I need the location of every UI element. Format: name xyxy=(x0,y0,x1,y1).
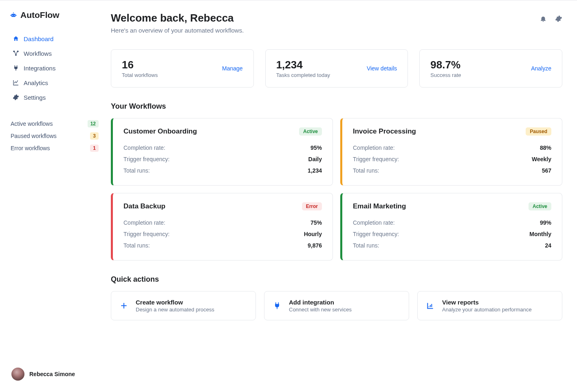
status-badge: 12 xyxy=(88,120,99,127)
svg-point-1 xyxy=(12,15,13,16)
metric-value: Hourly xyxy=(304,231,322,237)
metric-label: Total runs: xyxy=(353,167,379,174)
chart-icon xyxy=(12,79,20,86)
metric-value: Daily xyxy=(308,156,322,162)
page-title: Welcome back, Rebecca xyxy=(111,12,244,24)
main-content: Welcome back, Rebecca Here's an overview… xyxy=(108,0,577,392)
metric-value: 1,234 xyxy=(308,167,322,174)
nav-list: Dashboard Workflows Integrations Analyti… xyxy=(10,31,101,105)
home-icon xyxy=(12,35,20,42)
plus-icon xyxy=(119,301,128,310)
workflow-name: Invoice Processing xyxy=(353,127,416,136)
workflow-card[interactable]: Invoice Processing Paused Completion rat… xyxy=(340,118,562,186)
metric-label: Trigger frequency: xyxy=(353,156,399,162)
quick-action-create-workflow[interactable]: Create workflow Design a new automated p… xyxy=(111,291,256,320)
stat-link-analyze[interactable]: Analyze xyxy=(531,65,551,72)
status-item-error[interactable]: Error workflows 1 xyxy=(10,142,101,154)
metric-label: Total runs: xyxy=(353,242,379,249)
metric-value: Monthly xyxy=(529,231,551,237)
stat-value: 1,234 xyxy=(276,59,330,71)
quick-action-title: Create workflow xyxy=(136,299,214,306)
stat-value: 98.7% xyxy=(430,59,461,71)
gear-icon xyxy=(12,94,20,101)
plug-icon xyxy=(12,64,20,72)
metric-value: 99% xyxy=(540,219,551,226)
avatar xyxy=(11,368,24,381)
status-item-paused[interactable]: Paused workflows 3 xyxy=(10,130,101,142)
svg-rect-5 xyxy=(16,15,17,16)
stat-card-success-rate: 98.7% Success rate Analyze xyxy=(419,49,562,88)
metric-label: Total runs: xyxy=(123,167,150,174)
workflow-status-pill: Active xyxy=(529,202,551,210)
workflow-status-pill: Active xyxy=(299,127,322,136)
stat-link-view-details[interactable]: View details xyxy=(367,65,397,72)
metric-value: Weekly xyxy=(532,156,551,162)
notifications-button[interactable] xyxy=(540,15,547,22)
brand[interactable]: AutoFlow xyxy=(10,10,101,20)
metric-value: 95% xyxy=(311,145,322,151)
stat-link-manage[interactable]: Manage xyxy=(222,65,243,72)
metric-value: 75% xyxy=(311,219,322,226)
bar-chart-icon xyxy=(426,301,435,310)
metric-label: Total runs: xyxy=(123,242,150,249)
status-label: Paused workflows xyxy=(11,133,57,139)
svg-rect-4 xyxy=(11,15,11,16)
sidebar-item-label: Settings xyxy=(24,94,46,101)
sidebar-item-label: Integrations xyxy=(24,65,55,72)
bell-icon xyxy=(540,15,547,22)
robot-icon xyxy=(10,11,17,19)
sidebar-item-analytics[interactable]: Analytics xyxy=(10,75,101,90)
status-label: Error workflows xyxy=(11,145,50,151)
workflow-card[interactable]: Customer Onboarding Active Completion ra… xyxy=(111,118,333,186)
stat-label: Tasks completed today xyxy=(276,72,330,78)
stat-value: 16 xyxy=(122,59,158,71)
metric-label: Trigger frequency: xyxy=(123,231,170,237)
stat-label: Success rate xyxy=(430,72,461,78)
workflow-card[interactable]: Data Backup Error Completion rate:75% Tr… xyxy=(111,193,333,261)
section-title-workflows: Your Workflows xyxy=(111,102,562,111)
stat-card-tasks-completed: 1,234 Tasks completed today View details xyxy=(265,49,408,88)
quick-actions-grid: Create workflow Design a new automated p… xyxy=(111,291,562,320)
sidebar-item-settings[interactable]: Settings xyxy=(10,90,101,105)
svg-point-8 xyxy=(15,54,17,56)
sidebar-item-integrations[interactable]: Integrations xyxy=(10,61,101,75)
user-name: Rebecca Simone xyxy=(29,371,75,377)
settings-button[interactable] xyxy=(555,15,562,22)
sidebar-item-label: Dashboard xyxy=(24,35,53,42)
sidebar-item-workflows[interactable]: Workflows xyxy=(10,46,101,61)
metric-label: Completion rate: xyxy=(123,145,165,151)
workflow-grid: Customer Onboarding Active Completion ra… xyxy=(111,118,562,261)
workflow-status-pill: Paused xyxy=(526,127,551,136)
quick-action-view-reports[interactable]: View reports Analyze your automation per… xyxy=(417,291,562,320)
quick-action-add-integration[interactable]: Add integration Connect with new service… xyxy=(264,291,409,320)
workflow-card[interactable]: Email Marketing Active Completion rate:9… xyxy=(340,193,562,261)
metric-value: 88% xyxy=(540,145,551,151)
svg-rect-3 xyxy=(13,12,14,13)
status-badge: 1 xyxy=(90,145,99,152)
metric-label: Completion rate: xyxy=(353,145,395,151)
stat-card-total-workflows: 16 Total workflows Manage xyxy=(111,49,254,88)
metric-label: Completion rate: xyxy=(123,219,165,226)
quick-action-subtitle: Connect with new services xyxy=(289,307,352,313)
sidebar-item-dashboard[interactable]: Dashboard xyxy=(10,31,101,46)
status-label: Active workflows xyxy=(11,120,53,127)
metric-label: Completion rate: xyxy=(353,219,395,226)
sidebar-item-label: Analytics xyxy=(24,79,48,86)
stat-label: Total workflows xyxy=(122,72,158,78)
workflow-name: Data Backup xyxy=(123,202,165,210)
workflow-icon xyxy=(12,50,20,57)
metric-value: 567 xyxy=(542,167,551,174)
status-item-active[interactable]: Active workflows 12 xyxy=(10,118,101,130)
metric-value: 24 xyxy=(545,242,551,249)
quick-action-subtitle: Design a new automated process xyxy=(136,307,214,313)
workflow-name: Customer Onboarding xyxy=(123,127,197,136)
metric-label: Trigger frequency: xyxy=(353,231,399,237)
quick-action-subtitle: Analyze your automation performance xyxy=(442,307,532,313)
brand-name: AutoFlow xyxy=(20,10,59,20)
user-chip[interactable]: Rebecca Simone xyxy=(10,364,101,385)
workflow-status-list: Active workflows 12 Paused workflows 3 E… xyxy=(10,118,101,154)
svg-rect-0 xyxy=(11,14,16,17)
workflow-name: Email Marketing xyxy=(353,202,406,210)
stat-cards: 16 Total workflows Manage 1,234 Tasks co… xyxy=(111,49,562,88)
quick-action-title: View reports xyxy=(442,299,532,306)
